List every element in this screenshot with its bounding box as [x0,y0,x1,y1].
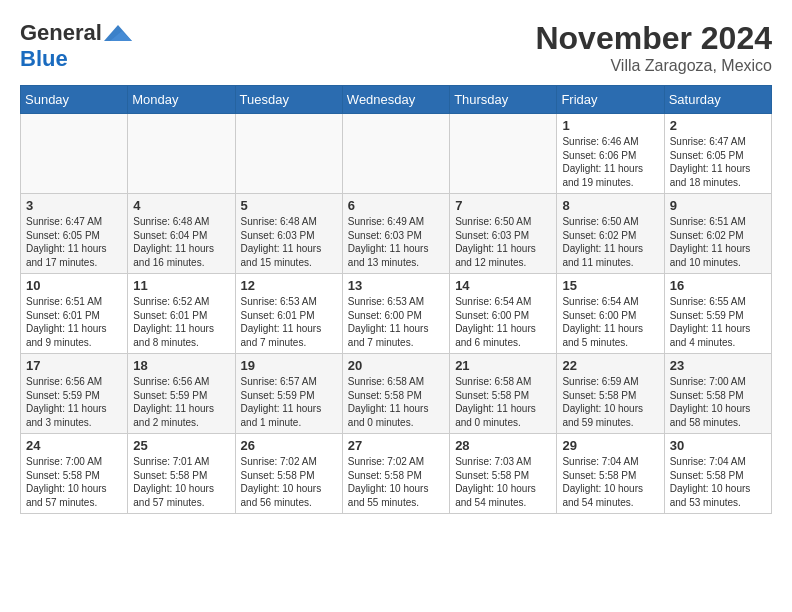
calendar-cell: 18Sunrise: 6:56 AM Sunset: 5:59 PM Dayli… [128,354,235,434]
day-number: 8 [562,198,658,213]
day-number: 13 [348,278,444,293]
calendar-cell [235,114,342,194]
day-number: 27 [348,438,444,453]
day-number: 11 [133,278,229,293]
day-number: 4 [133,198,229,213]
title-section: November 2024 Villa Zaragoza, Mexico [535,20,772,75]
calendar-cell: 15Sunrise: 6:54 AM Sunset: 6:00 PM Dayli… [557,274,664,354]
weekday-header-saturday: Saturday [664,86,771,114]
calendar-cell: 16Sunrise: 6:55 AM Sunset: 5:59 PM Dayli… [664,274,771,354]
calendar-cell [21,114,128,194]
weekday-header-thursday: Thursday [450,86,557,114]
calendar-cell: 25Sunrise: 7:01 AM Sunset: 5:58 PM Dayli… [128,434,235,514]
weekday-header-monday: Monday [128,86,235,114]
day-number: 28 [455,438,551,453]
day-number: 1 [562,118,658,133]
day-number: 14 [455,278,551,293]
day-number: 23 [670,358,766,373]
calendar-cell: 5Sunrise: 6:48 AM Sunset: 6:03 PM Daylig… [235,194,342,274]
day-number: 12 [241,278,337,293]
calendar-cell: 3Sunrise: 6:47 AM Sunset: 6:05 PM Daylig… [21,194,128,274]
day-info: Sunrise: 6:58 AM Sunset: 5:58 PM Dayligh… [348,375,444,429]
calendar-cell: 27Sunrise: 7:02 AM Sunset: 5:58 PM Dayli… [342,434,449,514]
day-number: 9 [670,198,766,213]
day-number: 26 [241,438,337,453]
day-info: Sunrise: 6:53 AM Sunset: 6:00 PM Dayligh… [348,295,444,349]
calendar-cell: 19Sunrise: 6:57 AM Sunset: 5:59 PM Dayli… [235,354,342,434]
calendar-cell: 14Sunrise: 6:54 AM Sunset: 6:00 PM Dayli… [450,274,557,354]
calendar-cell: 29Sunrise: 7:04 AM Sunset: 5:58 PM Dayli… [557,434,664,514]
calendar-week-1: 1Sunrise: 6:46 AM Sunset: 6:06 PM Daylig… [21,114,772,194]
day-number: 21 [455,358,551,373]
calendar-cell: 23Sunrise: 7:00 AM Sunset: 5:58 PM Dayli… [664,354,771,434]
day-number: 2 [670,118,766,133]
day-info: Sunrise: 6:59 AM Sunset: 5:58 PM Dayligh… [562,375,658,429]
day-info: Sunrise: 6:53 AM Sunset: 6:01 PM Dayligh… [241,295,337,349]
day-number: 19 [241,358,337,373]
day-info: Sunrise: 6:47 AM Sunset: 6:05 PM Dayligh… [670,135,766,189]
calendar-cell: 1Sunrise: 6:46 AM Sunset: 6:06 PM Daylig… [557,114,664,194]
day-info: Sunrise: 6:48 AM Sunset: 6:04 PM Dayligh… [133,215,229,269]
calendar-cell: 6Sunrise: 6:49 AM Sunset: 6:03 PM Daylig… [342,194,449,274]
weekday-header-row: SundayMondayTuesdayWednesdayThursdayFrid… [21,86,772,114]
day-info: Sunrise: 7:01 AM Sunset: 5:58 PM Dayligh… [133,455,229,509]
calendar-cell: 2Sunrise: 6:47 AM Sunset: 6:05 PM Daylig… [664,114,771,194]
day-info: Sunrise: 6:51 AM Sunset: 6:02 PM Dayligh… [670,215,766,269]
calendar-cell: 20Sunrise: 6:58 AM Sunset: 5:58 PM Dayli… [342,354,449,434]
day-number: 7 [455,198,551,213]
calendar-cell: 17Sunrise: 6:56 AM Sunset: 5:59 PM Dayli… [21,354,128,434]
calendar-cell: 4Sunrise: 6:48 AM Sunset: 6:04 PM Daylig… [128,194,235,274]
day-number: 6 [348,198,444,213]
day-info: Sunrise: 6:54 AM Sunset: 6:00 PM Dayligh… [455,295,551,349]
calendar-cell: 10Sunrise: 6:51 AM Sunset: 6:01 PM Dayli… [21,274,128,354]
logo: General Blue [20,20,132,72]
day-number: 17 [26,358,122,373]
day-info: Sunrise: 6:50 AM Sunset: 6:03 PM Dayligh… [455,215,551,269]
logo-text: General [20,20,132,46]
day-info: Sunrise: 6:57 AM Sunset: 5:59 PM Dayligh… [241,375,337,429]
calendar-cell: 12Sunrise: 6:53 AM Sunset: 6:01 PM Dayli… [235,274,342,354]
calendar-cell: 21Sunrise: 6:58 AM Sunset: 5:58 PM Dayli… [450,354,557,434]
header: General Blue November 2024 Villa Zaragoz… [20,20,772,75]
calendar-cell [128,114,235,194]
calendar-cell: 8Sunrise: 6:50 AM Sunset: 6:02 PM Daylig… [557,194,664,274]
day-info: Sunrise: 6:47 AM Sunset: 6:05 PM Dayligh… [26,215,122,269]
day-info: Sunrise: 7:00 AM Sunset: 5:58 PM Dayligh… [26,455,122,509]
weekday-header-tuesday: Tuesday [235,86,342,114]
calendar-cell: 24Sunrise: 7:00 AM Sunset: 5:58 PM Dayli… [21,434,128,514]
day-number: 24 [26,438,122,453]
calendar-cell: 28Sunrise: 7:03 AM Sunset: 5:58 PM Dayli… [450,434,557,514]
day-info: Sunrise: 6:58 AM Sunset: 5:58 PM Dayligh… [455,375,551,429]
day-info: Sunrise: 7:04 AM Sunset: 5:58 PM Dayligh… [670,455,766,509]
day-info: Sunrise: 7:03 AM Sunset: 5:58 PM Dayligh… [455,455,551,509]
day-info: Sunrise: 6:56 AM Sunset: 5:59 PM Dayligh… [26,375,122,429]
calendar-week-5: 24Sunrise: 7:00 AM Sunset: 5:58 PM Dayli… [21,434,772,514]
calendar-cell: 26Sunrise: 7:02 AM Sunset: 5:58 PM Dayli… [235,434,342,514]
day-info: Sunrise: 7:00 AM Sunset: 5:58 PM Dayligh… [670,375,766,429]
day-info: Sunrise: 6:54 AM Sunset: 6:00 PM Dayligh… [562,295,658,349]
day-number: 18 [133,358,229,373]
day-number: 5 [241,198,337,213]
calendar-cell: 13Sunrise: 6:53 AM Sunset: 6:00 PM Dayli… [342,274,449,354]
calendar-cell: 22Sunrise: 6:59 AM Sunset: 5:58 PM Dayli… [557,354,664,434]
day-info: Sunrise: 6:49 AM Sunset: 6:03 PM Dayligh… [348,215,444,269]
day-info: Sunrise: 6:51 AM Sunset: 6:01 PM Dayligh… [26,295,122,349]
calendar-cell: 11Sunrise: 6:52 AM Sunset: 6:01 PM Dayli… [128,274,235,354]
day-number: 22 [562,358,658,373]
calendar-body: 1Sunrise: 6:46 AM Sunset: 6:06 PM Daylig… [21,114,772,514]
calendar-week-3: 10Sunrise: 6:51 AM Sunset: 6:01 PM Dayli… [21,274,772,354]
day-number: 15 [562,278,658,293]
calendar-cell: 7Sunrise: 6:50 AM Sunset: 6:03 PM Daylig… [450,194,557,274]
calendar-cell [450,114,557,194]
day-info: Sunrise: 7:04 AM Sunset: 5:58 PM Dayligh… [562,455,658,509]
day-info: Sunrise: 6:52 AM Sunset: 6:01 PM Dayligh… [133,295,229,349]
day-info: Sunrise: 6:55 AM Sunset: 5:59 PM Dayligh… [670,295,766,349]
logo-general-text: General [20,20,102,46]
day-info: Sunrise: 7:02 AM Sunset: 5:58 PM Dayligh… [241,455,337,509]
day-number: 30 [670,438,766,453]
day-info: Sunrise: 7:02 AM Sunset: 5:58 PM Dayligh… [348,455,444,509]
day-number: 20 [348,358,444,373]
logo-icon [104,23,132,43]
page: General Blue November 2024 Villa Zaragoz… [0,0,792,524]
calendar-header: SundayMondayTuesdayWednesdayThursdayFrid… [21,86,772,114]
